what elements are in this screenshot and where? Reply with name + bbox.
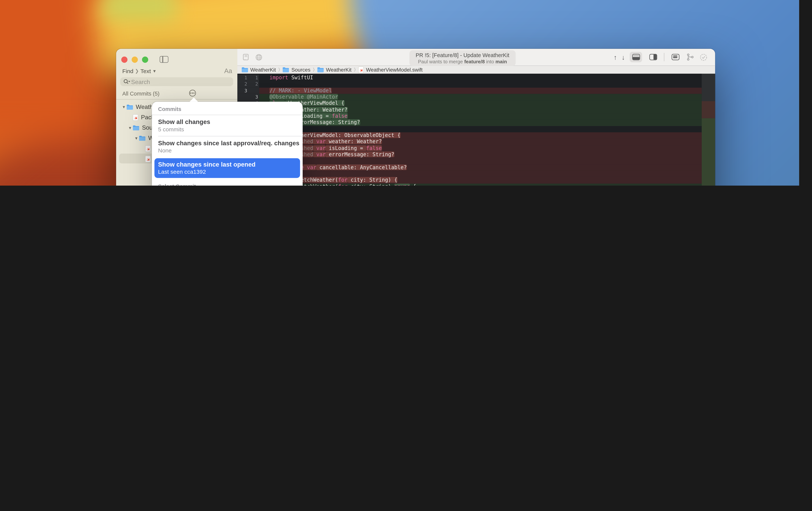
close-button[interactable] — [121, 56, 127, 62]
commits-popup: Commits Show all changes5 commitsShow ch… — [152, 102, 303, 186]
code-line: 10 private var cancellable: AnyCancellab… — [237, 164, 702, 171]
globe-icon[interactable] — [255, 53, 263, 61]
find-mode-dropdown[interactable]: Text — [140, 68, 151, 74]
popup-item-2[interactable]: Show changes since last approval/req. ch… — [152, 136, 303, 157]
disclosure-chevron-icon[interactable]: ▼ — [121, 105, 126, 109]
previous-change-button[interactable]: ↑ — [614, 53, 617, 61]
minimap-band-add — [702, 118, 715, 186]
code-line: 7 @Published var isLoading = false — [237, 145, 702, 152]
commits-filter-label: All Commits (5) — [122, 90, 160, 96]
split-view-icon — [649, 54, 657, 60]
swift-file-icon — [145, 145, 151, 152]
breadcrumb-label: Sources — [291, 67, 310, 73]
code-lines: 11import SwiftUI223// MARK: - ViewModel3… — [237, 74, 702, 186]
popup-item-subtitle: None — [158, 147, 296, 154]
search-icon — [123, 79, 130, 85]
search-field[interactable] — [120, 77, 233, 86]
minimize-button[interactable] — [132, 56, 138, 62]
commits-options-button[interactable]: ••• — [189, 90, 196, 97]
chevron-down-icon: ▼ — [152, 69, 156, 74]
diff-panel: PR !5: [Feature/8] - Update WeatherKit P… — [237, 49, 715, 186]
approval-seal-icon[interactable] — [699, 53, 708, 61]
split-view-button[interactable] — [647, 52, 659, 62]
popup-filter-items: Show all changes5 commitsShow changes si… — [152, 115, 303, 178]
breadcrumb-item[interactable]: Sources — [283, 67, 310, 73]
code-line: 4class WeatherViewModel { — [237, 100, 702, 107]
breadcrumb-separator: 〉 — [354, 67, 355, 73]
toolbar: PR !5: [Feature/8] - Update WeatherKit P… — [237, 49, 715, 66]
disclosure-chevron-icon[interactable]: ▼ — [134, 136, 139, 140]
popup-section-header: Select Commit — [152, 179, 303, 186]
pr-subtitle: Paul wants to merge feature/8 into main — [415, 59, 509, 64]
breadcrumb-label: WeatherKit — [250, 67, 276, 73]
readme-book-icon[interactable] — [242, 53, 250, 61]
folder-icon — [133, 125, 140, 130]
popup-item-title: Show all changes — [158, 118, 296, 126]
folder-icon — [241, 67, 248, 73]
popup-item-3[interactable]: Show changes since last openedLast seen … — [154, 158, 300, 178]
breadcrumb-separator: 〉 — [313, 67, 315, 73]
chevron-right-icon: ❯ — [135, 69, 139, 74]
folder-icon — [283, 67, 289, 73]
swift-file-icon — [133, 114, 138, 120]
folder-icon — [126, 104, 133, 110]
code-line: 3// MARK: - ViewModel — [237, 87, 702, 94]
breadcrumb-label: WeatherViewModel.swift — [366, 67, 423, 73]
code-line: 6 var isLoading = false — [237, 113, 702, 119]
popup-item-title: Show changes since last opened — [158, 161, 296, 168]
diff-overview-minimap[interactable] — [702, 74, 715, 186]
code-line: 5class WeatherViewModel: ObservableObjec… — [237, 132, 702, 139]
breadcrumb-item[interactable]: WeatherViewModel.swift — [358, 66, 423, 73]
popup-section-header: Commits — [152, 102, 303, 115]
code-line: 9 func fetchWeather(for city: String) as… — [237, 184, 702, 186]
window-controls — [116, 49, 237, 64]
next-change-button[interactable]: ↓ — [622, 53, 625, 61]
find-scope-bar: Find ❯ Text ▼ Aa — [116, 64, 237, 75]
code-line: 22 — [237, 81, 702, 87]
swift-file-icon — [358, 66, 364, 73]
code-line: 8 @Published var errorMessage: String? — [237, 152, 702, 158]
unified-view-button[interactable] — [630, 52, 642, 62]
code-line: 11 — [237, 171, 702, 177]
toolbar-actions: ↑ ↓ — [614, 52, 715, 62]
toggle-sidebar-icon[interactable] — [160, 56, 169, 63]
line-number-gutter: 11 — [237, 75, 259, 81]
folder-icon — [139, 135, 146, 141]
breadcrumb: WeatherKit〉Sources〉WeatherKit〉WeatherVie… — [237, 66, 715, 74]
popup-item-1[interactable]: Show all changes5 commits — [152, 115, 303, 136]
changes-list-icon — [671, 54, 679, 60]
find-label[interactable]: Find — [122, 68, 134, 74]
minimap-band-del — [702, 101, 715, 118]
code-line: 11import SwiftUI — [237, 75, 702, 81]
code-line: 7 var errorMessage: String? — [237, 119, 702, 126]
changes-list-button[interactable] — [669, 52, 682, 62]
popup-item-subtitle: Last seen cca1392 — [158, 169, 296, 176]
breadcrumb-item[interactable]: WeatherKit — [317, 67, 352, 73]
line-number-gutter: 22 — [237, 81, 259, 87]
breadcrumb-separator: 〉 — [279, 67, 280, 73]
branch-icon[interactable] — [686, 53, 694, 61]
code-line: 12 func fetchWeather(for city: String) { — [237, 177, 702, 184]
code-line: 9 — [237, 158, 702, 164]
match-case-toggle[interactable]: Aa — [224, 68, 232, 75]
breadcrumb-label: WeatherKit — [326, 67, 352, 73]
pr-title: PR !5: [Feature/8] - Update WeatherKit — [415, 52, 509, 58]
popup-item-title: Show changes since last approval/req. ch… — [158, 140, 296, 147]
breadcrumb-item[interactable]: WeatherKit — [241, 67, 276, 73]
minimap-band-dark — [702, 74, 715, 101]
screen: Find ❯ Text ▼ Aa All Commits (5) ••• ▼We… — [0, 0, 799, 186]
swift-file-icon — [145, 156, 151, 162]
toolbar-divider — [664, 53, 664, 61]
pr-title-pill[interactable]: PR !5: [Feature/8] - Update WeatherKit P… — [409, 50, 516, 66]
line-number-gutter: 3 — [237, 94, 259, 100]
zoom-button[interactable] — [142, 56, 148, 62]
folder-icon — [317, 67, 324, 73]
code-line: 6 @Published var weather: Weather? — [237, 139, 702, 145]
popup-item-subtitle: 5 commits — [158, 126, 296, 133]
diff-code-area: 11import SwiftUI223// MARK: - ViewModel3… — [237, 74, 715, 186]
code-line: 48 — [237, 126, 702, 132]
unified-view-icon — [632, 54, 640, 60]
search-input[interactable] — [130, 78, 230, 85]
disclosure-chevron-icon[interactable]: ▼ — [127, 125, 133, 130]
code-line: 3@Observable @MainActor — [237, 94, 702, 100]
